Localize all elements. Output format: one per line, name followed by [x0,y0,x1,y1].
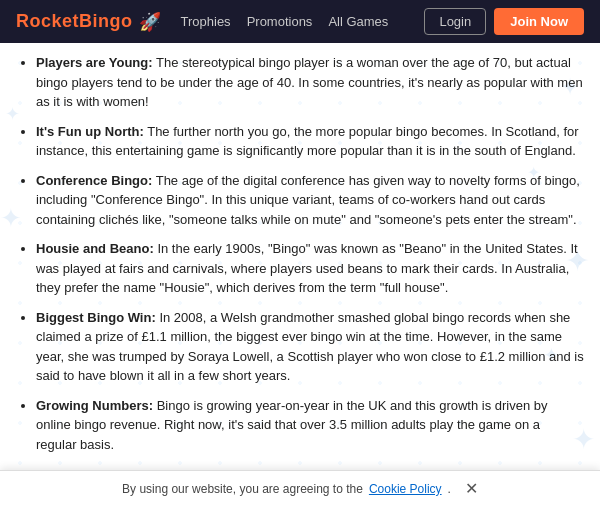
site-header: RocketBingo 🚀 Trophies Promotions All Ga… [0,0,600,43]
item-title: Growing Numbers: [36,398,153,413]
list-item: It's Fun up North: The further north you… [36,122,584,161]
content-inner: Players are Young: The stereotypical bin… [16,53,584,507]
rocket-icon: 🚀 [139,11,161,33]
main-nav: Trophies Promotions All Games [181,14,389,29]
login-button[interactable]: Login [424,8,486,35]
cookie-text: By using our website, you are agreeing t… [122,482,363,496]
nav-promotions[interactable]: Promotions [247,14,313,29]
header-right: Login Join Now [424,8,584,35]
list-item: Players are Young: The stereotypical bin… [36,53,584,112]
nav-trophies[interactable]: Trophies [181,14,231,29]
item-title: Players are Young: [36,55,153,70]
list-item: Growing Numbers: Bingo is growing year-o… [36,396,584,455]
main-content: ✦ ✦ ✦ ✦ ✦ ✦ ✦ Players are Young: The ste… [0,43,600,507]
nav-all-games[interactable]: All Games [328,14,388,29]
cookie-policy-link[interactable]: Cookie Policy [369,482,442,496]
list-item: Biggest Bingo Win: In 2008, a Welsh gran… [36,308,584,386]
item-title: Biggest Bingo Win: [36,310,156,325]
item-title: Conference Bingo: [36,173,152,188]
item-title: Housie and Beano: [36,241,154,256]
list-item: Housie and Beano: In the early 1900s, "B… [36,239,584,298]
logo-text: RocketBingo [16,11,133,32]
facts-list: Players are Young: The stereotypical bin… [16,53,584,454]
list-item: Conference Bingo: The age of the digital… [36,171,584,230]
cookie-bar: By using our website, you are agreeing t… [0,470,600,507]
header-left: RocketBingo 🚀 Trophies Promotions All Ga… [16,11,388,33]
logo[interactable]: RocketBingo 🚀 [16,11,161,33]
item-title: It's Fun up North: [36,124,144,139]
join-button[interactable]: Join Now [494,8,584,35]
cookie-close-button[interactable]: ✕ [465,481,478,497]
